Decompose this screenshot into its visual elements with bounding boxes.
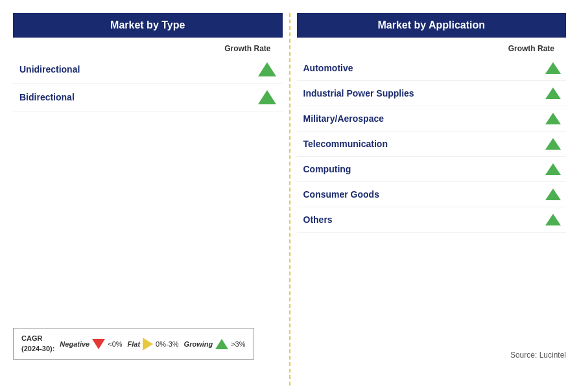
right-items-container: Automotive Industrial Power Supplies Mil…: [297, 56, 567, 233]
left-items-container: Unidirectional Bidirectional: [13, 56, 283, 111]
item-label-others: Others: [303, 214, 333, 225]
left-panel: Market by Type Growth Rate Unidirectiona…: [6, 13, 289, 386]
arrow-up-icon: [545, 87, 561, 99]
arrow-right-yellow-icon: [143, 338, 153, 351]
cagr-label: CAGR(2024-30):: [21, 334, 54, 354]
list-item: Industrial Power Supplies: [297, 81, 567, 106]
legend-box: CAGR(2024-30): Negative <0% Flat 0%-3% G…: [13, 328, 254, 360]
flat-value: 0%-3%: [156, 340, 178, 348]
arrow-up-green-icon: [215, 339, 228, 349]
list-item: Computing: [297, 157, 567, 182]
item-label-automotive: Automotive: [303, 63, 353, 73]
arrow-up-icon: [545, 163, 561, 175]
source-label: Source: Lucintel: [510, 351, 566, 360]
list-item: Others: [297, 207, 567, 233]
legend-negative: Negative <0%: [60, 339, 122, 349]
negative-value: <0%: [108, 340, 122, 348]
arrow-up-icon: [545, 189, 561, 200]
list-item: Bidirectional: [13, 84, 283, 111]
item-label-bidirectional: Bidirectional: [19, 92, 75, 102]
right-growth-rate-label: Growth Rate: [297, 44, 567, 53]
item-label-computing: Computing: [303, 164, 351, 174]
left-growth-rate-label: Growth Rate: [13, 44, 283, 53]
list-item: Consumer Goods: [297, 182, 567, 207]
flat-label: Flat: [128, 340, 141, 348]
item-label-unidirectional: Unidirectional: [19, 64, 80, 75]
arrow-up-icon: [258, 62, 276, 76]
item-label-industrial: Industrial Power Supplies: [303, 88, 414, 98]
growing-value: >3%: [231, 340, 245, 348]
item-label-military: Military/Aerospace: [303, 113, 384, 124]
right-panel-title: Market by Application: [297, 13, 567, 38]
list-item: Unidirectional: [13, 56, 283, 84]
arrow-up-icon: [545, 113, 561, 124]
arrow-up-icon: [545, 214, 561, 225]
item-label-consumer: Consumer Goods: [303, 189, 379, 200]
legend-growing: Growing >3%: [184, 339, 246, 349]
list-item: Military/Aerospace: [297, 106, 567, 132]
arrow-down-red-icon: [92, 339, 105, 349]
growing-label: Growing: [184, 340, 213, 348]
left-panel-title: Market by Type: [13, 13, 283, 38]
list-item: Telecommunication: [297, 132, 567, 157]
arrow-up-icon: [545, 62, 561, 74]
list-item: Automotive: [297, 56, 567, 81]
negative-label: Negative: [60, 340, 89, 348]
item-label-telecom: Telecommunication: [303, 139, 388, 149]
legend-flat: Flat 0%-3%: [128, 338, 179, 351]
arrow-up-icon: [258, 90, 276, 104]
arrow-up-icon: [545, 138, 561, 150]
right-panel: Market by Application Growth Rate Automo…: [290, 13, 573, 386]
